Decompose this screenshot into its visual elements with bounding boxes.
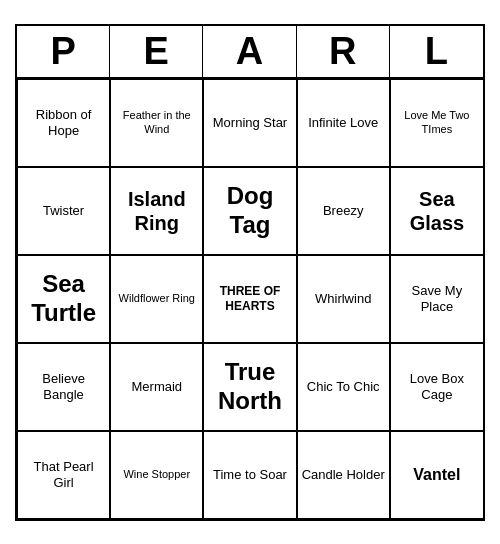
bingo-cell: Twister bbox=[17, 167, 110, 255]
bingo-cell: Morning Star bbox=[203, 79, 296, 167]
bingo-cell: THREE OF HEARTS bbox=[203, 255, 296, 343]
bingo-cell: Infinite Love bbox=[297, 79, 390, 167]
bingo-cell: True North bbox=[203, 343, 296, 431]
bingo-cell: Save My Place bbox=[390, 255, 483, 343]
bingo-cell: Love Me Two TImes bbox=[390, 79, 483, 167]
bingo-cell: Chic To Chic bbox=[297, 343, 390, 431]
bingo-cell: Mermaid bbox=[110, 343, 203, 431]
bingo-cell: Believe Bangle bbox=[17, 343, 110, 431]
header-letter: A bbox=[203, 26, 296, 77]
bingo-cell: Vantel bbox=[390, 431, 483, 519]
header-letter: P bbox=[17, 26, 110, 77]
bingo-card: PEARL Ribbon of HopeFeather in the WindM… bbox=[15, 24, 485, 521]
header-letter: E bbox=[110, 26, 203, 77]
bingo-cell: Love Box Cage bbox=[390, 343, 483, 431]
bingo-cell: That Pearl Girl bbox=[17, 431, 110, 519]
header-letter: R bbox=[297, 26, 390, 77]
bingo-cell: Sea Turtle bbox=[17, 255, 110, 343]
bingo-cell: Ribbon of Hope bbox=[17, 79, 110, 167]
bingo-cell: Dog Tag bbox=[203, 167, 296, 255]
bingo-cell: Time to Soar bbox=[203, 431, 296, 519]
bingo-grid: Ribbon of HopeFeather in the WindMorning… bbox=[17, 79, 483, 519]
bingo-cell: Feather in the Wind bbox=[110, 79, 203, 167]
bingo-cell: Candle Holder bbox=[297, 431, 390, 519]
bingo-cell: Breezy bbox=[297, 167, 390, 255]
bingo-cell: Wine Stopper bbox=[110, 431, 203, 519]
bingo-cell: Sea Glass bbox=[390, 167, 483, 255]
bingo-cell: Island Ring bbox=[110, 167, 203, 255]
header-letter: L bbox=[390, 26, 483, 77]
bingo-header: PEARL bbox=[17, 26, 483, 79]
bingo-cell: Wildflower Ring bbox=[110, 255, 203, 343]
bingo-cell: Whirlwind bbox=[297, 255, 390, 343]
